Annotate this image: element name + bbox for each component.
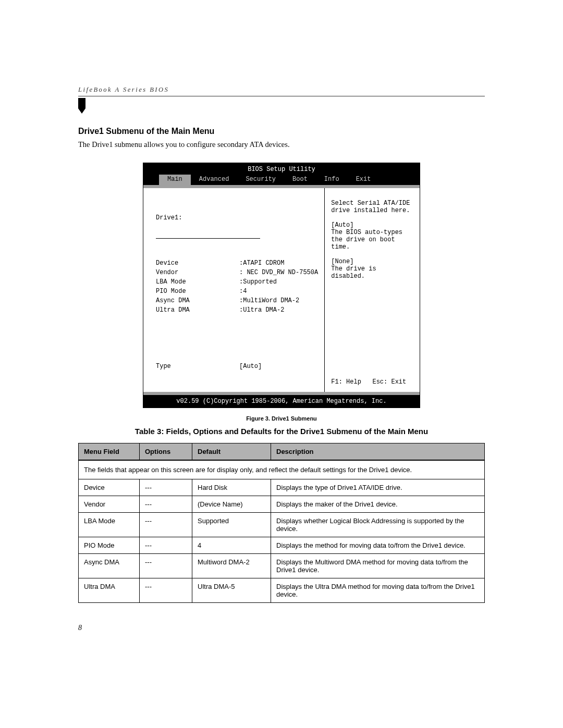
table-cell: PIO Mode [79,537,140,554]
bios-row-value: :4 [239,287,318,296]
table-cell: Displays whether Logical Block Addressin… [271,513,485,537]
section-body: The Drive1 submenu allows you to configu… [78,140,485,149]
bios-row-value: :ATAPI CDROM [239,258,318,268]
bios-row-label: Async DMA [156,296,239,305]
bios-help-footer: F1: Help Esc: Exit [331,374,413,386]
bios-type-value[interactable]: [Auto] [239,362,318,371]
th-menu-field: Menu Field [79,443,140,461]
bios-left-pane: Drive1: Device:ATAPI CDROMVendor: NEC DV… [143,188,325,392]
table-cell: Displays the Ultra DMA method for moving… [271,578,485,603]
table-cell: --- [140,537,192,554]
bios-row-label: LBA Mode [156,277,239,287]
table-cell: --- [140,554,192,578]
bios-help-none-text: The drive is disabled. [331,265,413,280]
table-row: Ultra DMA---Ultra DMA-5Displays the Ultr… [79,578,485,603]
bios-row: Async DMA:MultiWord DMA-2 [156,296,318,305]
table-cell: Displays the maker of the Drive1 device. [271,496,485,513]
bios-row-label: Device [156,258,239,268]
table-cell: Displays the type of Drive1 ATA/IDE driv… [271,479,485,496]
bios-screenshot: BIOS Setup Utility MainAdvancedSecurityB… [143,163,420,408]
table-row: LBA Mode---SupportedDisplays whether Log… [79,513,485,537]
table-cell: Vendor [79,496,140,513]
table-cell: --- [140,479,192,496]
bios-tab-main[interactable]: Main [159,175,191,185]
table-cell: Device [79,479,140,496]
bios-drive-heading: Drive1: [156,214,318,221]
table-row: PIO Mode---4Displays the method for movi… [79,537,485,554]
bios-row: LBA Mode:Supported [156,277,318,287]
bios-tab-advanced[interactable]: Advanced [191,175,238,185]
bios-tab-info[interactable]: Info [316,175,348,185]
bios-row-value: : NEC DVD_RW ND-7550A [239,268,318,277]
table-cell: Displays the Multiword DMA method for mo… [271,554,485,578]
bios-title: BIOS Setup Utility [143,166,420,175]
table-row: Vendor---(Device Name)Displays the maker… [79,496,485,513]
table-cell: Ultra DMA-5 [192,578,271,603]
bios-row: Ultra DMA:Ultra DMA-2 [156,305,318,315]
section-title: Drive1 Submenu of the Main Menu [78,127,485,136]
bios-row-value: :Supported [239,277,318,287]
page-number: 8 [78,624,485,632]
bios-type-label: Type [156,362,239,371]
table-cell: Hard Disk [192,479,271,496]
table-cell: --- [140,513,192,537]
table-cell: Supported [192,513,271,537]
th-default: Default [192,443,271,461]
table-cell: 4 [192,537,271,554]
th-options: Options [140,443,192,461]
bios-tabs: MainAdvancedSecurityBootInfoExit [143,175,420,185]
table-cell: Async DMA [79,554,140,578]
bios-row: Vendor: NEC DVD_RW ND-7550A [156,268,318,277]
table-cell: Displays the method for moving data to/f… [271,537,485,554]
fields-table: Menu Field Options Default Description T… [78,443,485,603]
bios-copyright: v02.59 (C)Copyright 1985-2006, American … [143,395,420,408]
bios-row-label: Ultra DMA [156,305,239,315]
bios-help-none-label: [None] [331,258,413,265]
table-cell: Multiword DMA-2 [192,554,271,578]
table-caption: Table 3: Fields, Options and Defaults fo… [78,427,485,436]
figure-caption: Figure 3. Drive1 Submenu [78,415,485,422]
bios-help-line1: Select Serial ATA/IDE drive installed he… [331,200,413,214]
bios-row-value: :MultiWord DMA-2 [239,296,318,305]
table-row: Async DMA---Multiword DMA-2Displays the … [79,554,485,578]
table-note: The fields that appear on this screen ar… [79,460,485,479]
bios-help-auto-text: The BIOS auto-types the drive on boot ti… [331,229,413,251]
table-cell: --- [140,578,192,603]
bios-tab-exit[interactable]: Exit [348,175,380,185]
bios-help-auto-label: [Auto] [331,221,413,229]
bios-row: PIO Mode:4 [156,287,318,296]
running-head: LifeBook A Series BIOS [78,86,485,96]
table-cell: (Device Name) [192,496,271,513]
bios-row: Device:ATAPI CDROM [156,258,318,268]
th-description: Description [271,443,485,461]
bios-tab-boot[interactable]: Boot [284,175,316,185]
bios-tab-security[interactable]: Security [237,175,284,185]
table-row: Device---Hard DiskDisplays the type of D… [79,479,485,496]
bios-help-pane: Select Serial ATA/IDE drive installed he… [325,188,420,392]
bios-row-label: PIO Mode [156,287,239,296]
svg-marker-0 [78,98,85,114]
decorative-wedge [78,98,88,114]
table-cell: LBA Mode [79,513,140,537]
bios-row-value: :Ultra DMA-2 [239,305,318,315]
table-cell: --- [140,496,192,513]
bios-row-label: Vendor [156,268,239,277]
table-cell: Ultra DMA [79,578,140,603]
